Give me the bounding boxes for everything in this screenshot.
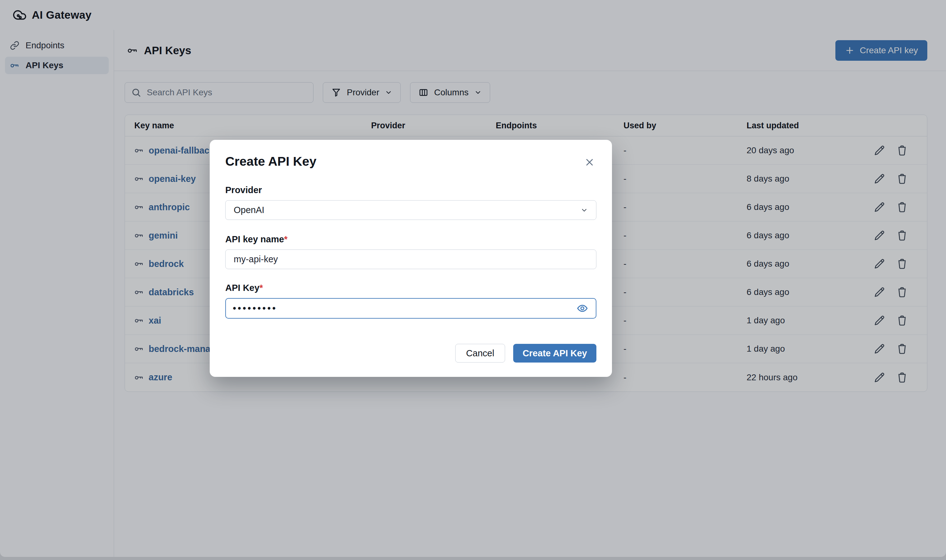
create-api-key-submit-button[interactable]: Create API Key (513, 344, 596, 363)
close-icon (584, 157, 596, 168)
eye-icon (576, 302, 589, 314)
api-key-field-label: API Key* (225, 283, 596, 293)
provider-select[interactable]: OpenAI (225, 200, 596, 220)
api-key-input-wrapper (225, 298, 596, 318)
selected-provider: OpenAI (234, 205, 264, 215)
api-key-name-field-label: API key name* (225, 234, 596, 245)
provider-field-label: Provider (225, 185, 596, 195)
cancel-button[interactable]: Cancel (455, 344, 505, 363)
close-button[interactable] (584, 156, 596, 169)
modal-title: Create API Key (225, 154, 316, 169)
required-marker: * (284, 234, 288, 244)
api-key-name-input[interactable] (225, 249, 596, 269)
required-marker: * (260, 283, 263, 293)
chevron-down-icon (581, 206, 588, 214)
create-api-key-modal: Create API Key Provider OpenAI API key n… (210, 140, 612, 377)
toggle-visibility-button[interactable] (576, 302, 589, 315)
api-key-input[interactable] (233, 303, 576, 314)
